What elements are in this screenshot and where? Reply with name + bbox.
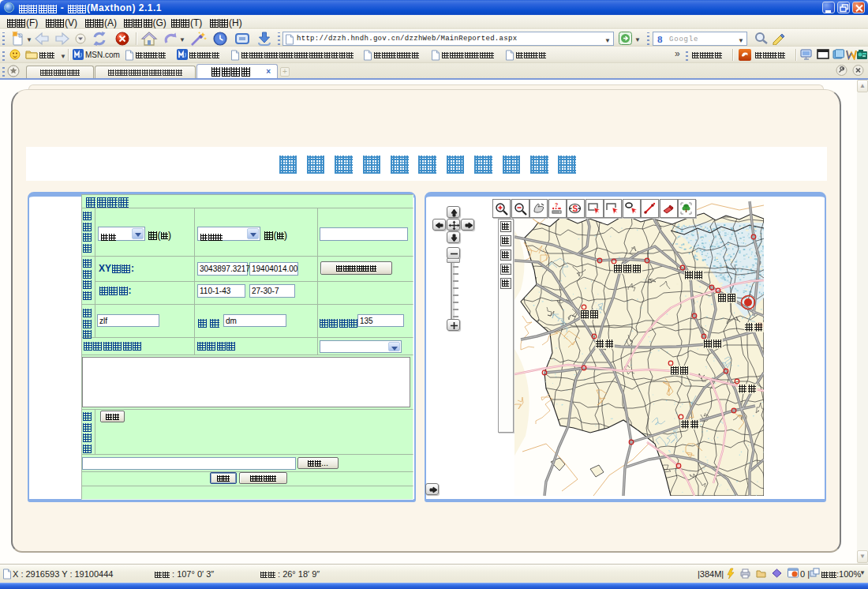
svg-text:S: S	[573, 204, 578, 213]
svg-text:?: ?	[555, 202, 558, 208]
